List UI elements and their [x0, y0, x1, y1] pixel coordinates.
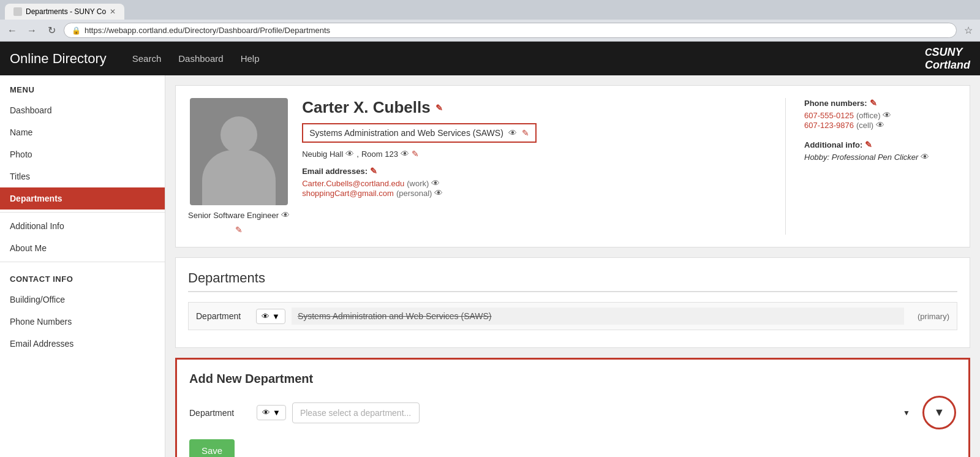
location-row: Neubig Hall 👁 , Room 123 👁 ✎	[302, 149, 767, 159]
dept-visibility-chevron-icon: ▼	[272, 312, 280, 321]
dept-visibility-icon[interactable]: 👁	[508, 128, 517, 138]
dept-edit-icon[interactable]: ✎	[522, 128, 529, 138]
phone-type-1: (cell)	[856, 121, 873, 130]
phone-edit-icon[interactable]: ✎	[870, 98, 877, 108]
phone-row-0: 607-555-0125 (office) 👁	[804, 110, 957, 120]
nav-help[interactable]: Help	[233, 48, 267, 69]
dept-highlight-box: Systems Administration and Web Services …	[302, 123, 537, 143]
email-edit-icon[interactable]: ✎	[370, 166, 377, 176]
nav-dashboard[interactable]: Dashboard	[171, 48, 230, 69]
sidebar-item-titles[interactable]: Titles	[0, 165, 165, 187]
add-dept-label: Department	[189, 408, 251, 418]
email-type-0: (work)	[407, 179, 429, 188]
dept-visibility-eye-icon: 👁	[262, 312, 270, 321]
sidebar-item-departments[interactable]: Departments	[0, 187, 165, 210]
nav-search[interactable]: Search	[125, 48, 169, 69]
phone-type-0: (office)	[856, 111, 881, 120]
profile-right: Phone numbers: ✎ 607-555-0125 (office) 👁…	[804, 98, 957, 235]
location-edit-icon[interactable]: ✎	[412, 149, 419, 159]
dept-visibility-button[interactable]: 👁 ▼	[256, 309, 285, 324]
sidebar-item-name[interactable]: Name	[0, 121, 165, 143]
save-button[interactable]: Save	[189, 439, 235, 457]
phone-1-visibility-icon[interactable]: 👁	[876, 120, 884, 130]
phone-section: Phone numbers: ✎ 607-555-0125 (office) 👁…	[804, 98, 957, 130]
sidebar-item-building[interactable]: Building/Office	[0, 289, 165, 311]
email-address-1[interactable]: shoppingCart@gmail.com	[302, 189, 394, 198]
job-title-edit-icon[interactable]: ✎	[235, 225, 243, 235]
dropdown-circle-chevron: ▼	[934, 406, 945, 419]
sidebar-item-photo[interactable]: Photo	[0, 143, 165, 165]
reload-button[interactable]: ↻	[44, 23, 59, 38]
dropdown-circle-indicator: ▼	[922, 396, 956, 429]
hobby-visibility-icon[interactable]: 👁	[921, 152, 929, 162]
sidebar-divider	[0, 212, 165, 213]
avatar	[190, 98, 288, 205]
sidebar-item-about-me[interactable]: About Me	[0, 237, 165, 259]
job-title-row: Senior Software Engineer 👁	[188, 210, 290, 220]
sidebar: MENU Dashboard Name Photo Titles Departm…	[0, 75, 165, 457]
tab-close-button[interactable]: ✕	[110, 7, 116, 16]
email-type-1: (personal)	[396, 189, 432, 198]
dept-highlight-text: Systems Administration and Web Services …	[309, 128, 503, 138]
url-text: https://webapp.cortland.edu/Directory/Da…	[85, 26, 330, 35]
dept-select-wrapper: Please select a department...	[292, 402, 916, 423]
avatar-body	[202, 150, 276, 205]
sidebar-item-phone[interactable]: Phone Numbers	[0, 311, 165, 333]
forward-button[interactable]: →	[24, 23, 39, 38]
address-input[interactable]: 🔒 https://webapp.cortland.edu/Directory/…	[64, 23, 957, 38]
email-0-visibility-icon[interactable]: 👁	[431, 178, 440, 188]
location-visibility-icon[interactable]: 👁	[345, 149, 354, 159]
phone-number-1[interactable]: 607-123-9876	[804, 121, 854, 130]
sidebar-item-additional-info[interactable]: Additional Info	[0, 215, 165, 237]
additional-info-section: Additional info: ✎ Hobby: Professional P…	[804, 140, 957, 162]
departments-heading: Departments	[188, 270, 957, 292]
sidebar-item-dashboard[interactable]: Dashboard	[0, 99, 165, 121]
lock-icon: 🔒	[72, 26, 81, 35]
hobby-row: Hobby: Professional Pen Clicker 👁	[804, 152, 957, 162]
phone-label-text: Phone numbers:	[804, 99, 867, 108]
email-address-0[interactable]: Carter.Cubells@cortland.edu	[302, 179, 404, 188]
dept-select[interactable]: Please select a department...	[292, 402, 420, 423]
phone-0-visibility-icon[interactable]: 👁	[883, 110, 891, 120]
location-room: Room 123	[361, 149, 398, 159]
phone-row-1: 607-123-9876 (cell) 👁	[804, 120, 957, 130]
add-dept-visibility-chevron-icon: ▼	[273, 408, 281, 417]
back-button[interactable]: ←	[5, 23, 20, 38]
add-dept-visibility-button[interactable]: 👁 ▼	[257, 405, 286, 420]
profile-card: Senior Software Engineer 👁 ✎ Carter X. C…	[175, 85, 970, 247]
profile-name-row: Carter X. Cubells ✎	[302, 98, 767, 117]
email-row-0: Carter.Cubells@cortland.edu (work) 👁	[302, 178, 767, 188]
job-title-text: Senior Software Engineer	[188, 211, 279, 220]
hobby-text: Hobby: Professional Pen Clicker	[804, 153, 918, 162]
additional-edit-icon[interactable]: ✎	[865, 140, 872, 149]
contact-info-label: CONTACT INFO	[0, 265, 165, 289]
email-row-1: shoppingCart@gmail.com (personal) 👁	[302, 188, 767, 198]
avatar-head	[221, 116, 257, 153]
sidebar-item-email[interactable]: Email Addresses	[0, 333, 165, 355]
main-content: Senior Software Engineer 👁 ✎ Carter X. C…	[165, 75, 980, 457]
job-title-visibility-icon[interactable]: 👁	[281, 210, 290, 220]
departments-section: Departments Department 👁 ▼ Systems Admin…	[175, 257, 970, 348]
avatar-figure	[190, 98, 288, 205]
existing-dept-row: Department 👁 ▼ Systems Administration an…	[188, 302, 957, 330]
top-navigation: Online Directory Search Dashboard Help C…	[0, 42, 980, 75]
tab-favicon	[13, 7, 22, 16]
name-edit-icon[interactable]: ✎	[435, 103, 443, 113]
address-bar: ← → ↻ 🔒 https://webapp.cortland.edu/Dire…	[0, 20, 980, 41]
email-section-label: Email addresses: ✎	[302, 166, 767, 176]
phone-section-label: Phone numbers: ✎	[804, 98, 957, 108]
cortland-logo: CSUNYCortland	[925, 46, 970, 72]
menu-label: MENU	[0, 75, 165, 99]
room-visibility-icon[interactable]: 👁	[401, 149, 409, 159]
primary-badge: (primary)	[910, 312, 957, 321]
profile-name: Carter X. Cubells	[302, 98, 431, 117]
dept-row-label: Department	[189, 311, 250, 321]
bookmark-icon[interactable]: ☆	[962, 25, 975, 36]
phone-number-0[interactable]: 607-555-0125	[804, 111, 854, 120]
add-dept-title: Add New Department	[189, 372, 956, 386]
avatar-container: Senior Software Engineer 👁 ✎	[188, 98, 290, 235]
email-1-visibility-icon[interactable]: 👁	[434, 188, 443, 198]
location-building: Neubig Hall	[302, 149, 343, 159]
browser-tab[interactable]: Departments - SUNY Co ✕	[5, 4, 124, 20]
browser-chrome: Departments - SUNY Co ✕ ← → ↻ 🔒 https://…	[0, 0, 980, 42]
